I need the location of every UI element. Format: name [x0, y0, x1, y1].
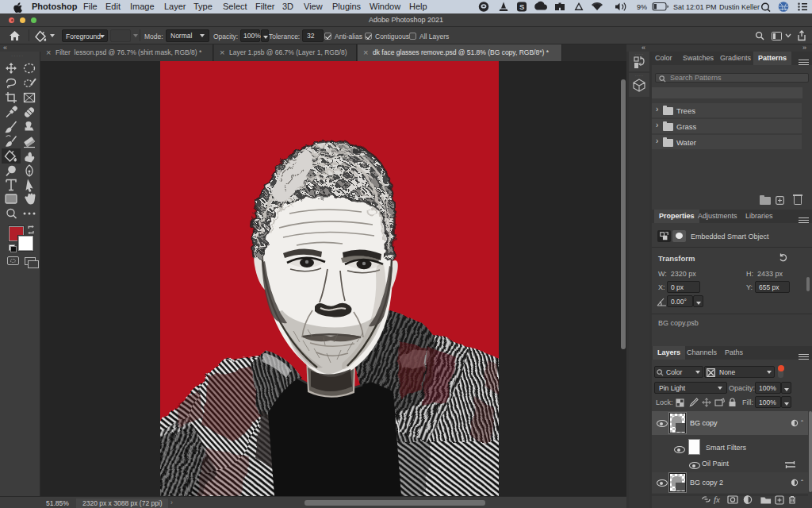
svg-text:fx: fx	[714, 495, 720, 504]
svg-text:S: S	[519, 2, 524, 11]
